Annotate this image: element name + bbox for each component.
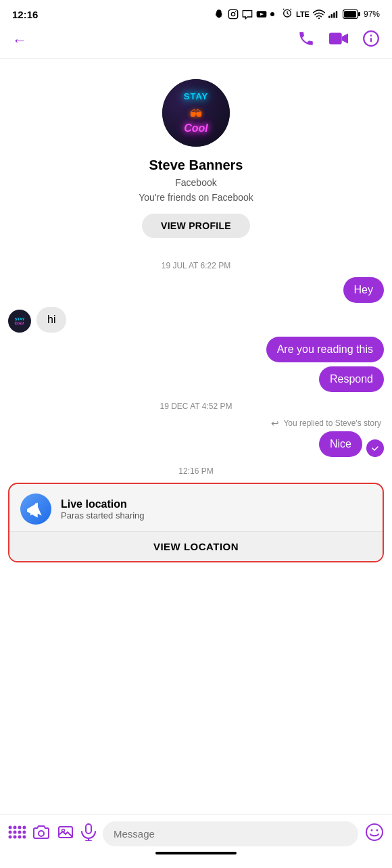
- svg-rect-7: [328, 16, 330, 18]
- instagram-icon: [228, 9, 239, 20]
- live-location-title: Live location: [61, 498, 145, 510]
- svg-rect-14: [329, 33, 342, 45]
- live-location-card: Live location Paras started sharing VIEW…: [8, 483, 384, 562]
- avatar-stay-text: STAY: [184, 91, 209, 101]
- message-row: Respond: [8, 366, 384, 392]
- avatar-cool-text: Cool: [184, 122, 208, 135]
- message-row: Nice: [8, 431, 384, 457]
- notification-dot: [270, 12, 274, 16]
- story-reply-text: You replied to Steve's story: [283, 418, 381, 428]
- message-input-wrapper: [103, 821, 358, 846]
- contact-name: Steve Banners: [149, 158, 243, 173]
- view-location-button[interactable]: VIEW LOCATION: [9, 532, 383, 561]
- svg-point-31: [23, 835, 26, 838]
- svg-point-23: [23, 830, 26, 834]
- view-profile-button[interactable]: VIEW PROFILE: [142, 214, 250, 238]
- status-bar: 12:16 LTE: [0, 0, 392, 26]
- svg-point-40: [376, 829, 378, 831]
- svg-point-16: [370, 34, 372, 37]
- svg-point-24: [9, 825, 12, 829]
- bottom-input-bar: [0, 814, 392, 868]
- sent-bubble: Hey: [343, 277, 384, 303]
- svg-point-21: [14, 830, 17, 834]
- svg-point-32: [39, 831, 44, 836]
- messages-icon: [242, 9, 253, 20]
- emoji-button[interactable]: [365, 823, 384, 846]
- svg-rect-12: [358, 12, 360, 16]
- gallery-button[interactable]: [57, 825, 74, 844]
- timestamp-now: 12:16 PM: [8, 466, 384, 476]
- sent-avatar: [366, 439, 384, 457]
- svg-rect-13: [344, 11, 356, 18]
- messages-container: 19 JUL AT 6:22 PM Hey STAYCool hi Are yo…: [0, 261, 392, 476]
- live-location-subtitle: Paras started sharing: [61, 510, 145, 521]
- friends-status: You're friends on Facebook: [139, 192, 253, 203]
- microphone-button[interactable]: [81, 823, 96, 845]
- svg-point-28: [9, 835, 12, 838]
- top-nav: ←: [0, 26, 392, 59]
- back-button[interactable]: ←: [12, 32, 27, 49]
- svg-point-2: [235, 11, 237, 13]
- lte-icon: LTE: [296, 10, 310, 18]
- message-row: STAYCool hi: [8, 307, 384, 333]
- wifi-icon: [313, 9, 325, 19]
- status-icons: LTE 97%: [214, 7, 380, 21]
- svg-point-22: [18, 830, 22, 834]
- battery-pct: 97%: [364, 9, 380, 19]
- home-indicator: [155, 852, 237, 854]
- contact-avatar-small: STAYCool: [8, 310, 31, 333]
- avatar-glasses-icon: 🕶: [190, 107, 202, 122]
- svg-point-29: [14, 835, 17, 838]
- message-input[interactable]: [114, 828, 347, 840]
- more-options-button[interactable]: [8, 825, 26, 844]
- location-icon: [20, 493, 51, 525]
- status-time: 12:16: [12, 9, 38, 20]
- message-row: Hey: [8, 277, 384, 303]
- phone-call-button[interactable]: [297, 30, 315, 51]
- contact-platform: Facebook: [175, 177, 216, 188]
- svg-point-39: [371, 829, 373, 831]
- svg-rect-33: [59, 827, 72, 838]
- received-bubble: hi: [36, 307, 66, 333]
- live-location-header: Live location Paras started sharing: [9, 484, 383, 531]
- signal-icon: [328, 9, 339, 19]
- svg-point-1: [231, 12, 235, 16]
- snapchat-icon: [214, 9, 224, 20]
- avatar: STAY 🕶 Cool: [162, 79, 230, 147]
- profile-section: STAY 🕶 Cool Steve Banners Facebook You'r…: [0, 59, 392, 251]
- timestamp-jul: 19 JUL AT 6:22 PM: [8, 261, 384, 270]
- youtube-icon: [256, 9, 267, 20]
- battery-icon: [343, 9, 360, 19]
- video-call-button[interactable]: [328, 30, 349, 51]
- svg-point-27: [23, 825, 26, 829]
- camera-button[interactable]: [32, 825, 50, 844]
- svg-rect-8: [331, 14, 333, 18]
- sent-bubble: Respond: [319, 366, 384, 392]
- spacer: [0, 566, 392, 648]
- live-location-info: Live location Paras started sharing: [61, 498, 145, 521]
- chat-area: STAY 🕶 Cool Steve Banners Facebook You'r…: [0, 59, 392, 654]
- svg-rect-10: [336, 11, 337, 18]
- reply-icon: ↩: [271, 418, 279, 429]
- svg-rect-35: [86, 824, 91, 834]
- svg-rect-9: [333, 13, 335, 18]
- svg-point-26: [18, 825, 22, 829]
- svg-point-38: [366, 824, 383, 840]
- info-button[interactable]: [362, 30, 380, 51]
- timestamp-dec: 19 DEC AT 4:52 PM: [8, 402, 384, 411]
- navigation-icon: [27, 500, 45, 518]
- input-row: [8, 821, 384, 846]
- sent-bubble: Are you reading this: [266, 337, 384, 362]
- svg-point-25: [14, 825, 17, 829]
- svg-point-30: [18, 835, 22, 838]
- svg-rect-17: [370, 38, 372, 42]
- svg-point-6: [318, 18, 320, 19]
- sent-bubble: Nice: [319, 431, 362, 457]
- svg-rect-0: [228, 9, 237, 18]
- svg-point-20: [9, 830, 12, 834]
- story-reply-indicator: ↩ You replied to Steve's story: [8, 418, 384, 429]
- alarm-icon: [282, 7, 293, 18]
- message-row: Are you reading this: [8, 337, 384, 362]
